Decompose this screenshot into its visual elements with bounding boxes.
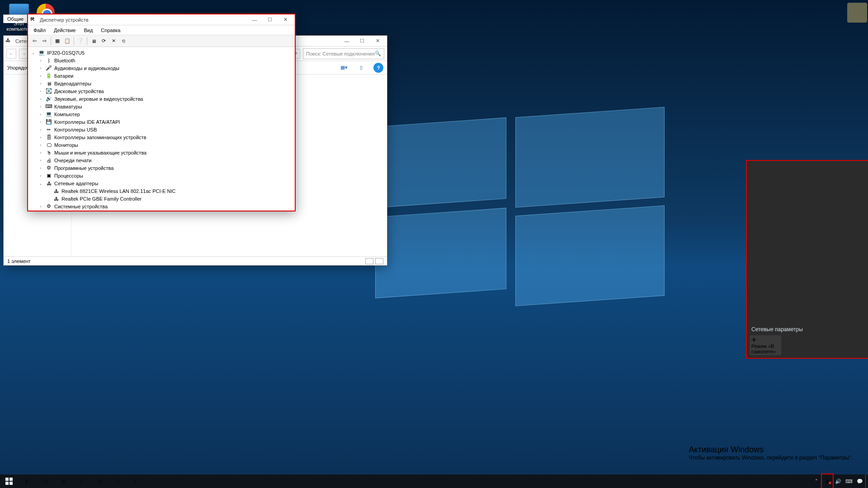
expand-toggle-icon[interactable]: ›	[38, 166, 43, 170]
tree-node[interactable]: ›ᛒBluetooth	[31, 56, 295, 64]
tree-node[interactable]: ›🖥Видеоадаптеры	[31, 80, 295, 87]
tree-node[interactable]: ›🖨Очереди печати	[31, 156, 295, 164]
update-driver-icon[interactable]: ⟳	[99, 37, 108, 46]
tree-node[interactable]: 🖧Realtek PCIe GBE Family Controller	[31, 195, 295, 202]
taskbar-app[interactable]: ◍	[72, 474, 90, 488]
close-button[interactable]: ✕	[278, 15, 293, 25]
expand-toggle-icon[interactable]: ⌄	[38, 181, 43, 186]
expand-toggle-icon[interactable]: ⌄	[31, 51, 36, 55]
bat-icon: 🔋	[45, 73, 52, 79]
expand-toggle-icon[interactable]: ›	[38, 58, 43, 63]
tree-node[interactable]: ›💻Компьютер	[31, 110, 295, 118]
expand-toggle-icon[interactable]: ›	[38, 158, 43, 163]
properties-icon[interactable]: 📋	[63, 37, 72, 46]
tray-volume-icon[interactable]: 🔊	[833, 474, 844, 488]
activation-watermark: Активация Windows Чтобы активировать Win…	[689, 445, 853, 461]
expand-toggle-icon[interactable]: ›	[38, 112, 43, 117]
expand-toggle-icon[interactable]: ›	[38, 135, 43, 140]
expand-toggle-icon[interactable]: ›	[38, 204, 43, 209]
tree-node[interactable]: ›🖵Мониторы	[31, 141, 295, 149]
tray-action-center-icon[interactable]: 💬	[854, 474, 865, 488]
expand-toggle-icon[interactable]: ›	[38, 66, 43, 70]
menu-item[interactable]: Файл	[30, 27, 49, 34]
menu-item[interactable]: Справка	[97, 27, 124, 34]
network-settings-link[interactable]: Сетевые параметры	[751, 326, 803, 333]
tree-node[interactable]: ›🎤Аудиовходы и аудиовыходы	[31, 64, 295, 72]
taskbar-app[interactable]: ◨	[36, 474, 54, 488]
device-manager-window[interactable]: 🛠 Диспетчер устройств — ☐ ✕ ФайлДействие…	[27, 14, 296, 211]
network-flyout[interactable]: Сетевые параметры ✈ Режим «В самолете»	[747, 161, 868, 358]
taskbar[interactable]: ◧ ◨ ▣ ◍ ▦ ◎ ◐ ˄ 🖧✖ 🔊 ⌨ 💬	[0, 474, 868, 488]
tree-node[interactable]: ›⚙Программные устройства	[31, 164, 295, 172]
airplane-mode-tile[interactable]: ✈ Режим «В самолете»	[750, 335, 781, 355]
show-hidden-icon[interactable]: ▦	[53, 37, 62, 46]
tree-node[interactable]: ›🖱Устройства HID (Human Interface Device…	[31, 210, 295, 211]
close-button[interactable]: ✕	[370, 36, 385, 46]
tree-node[interactable]: ›🔋Батареи	[31, 72, 295, 80]
tree-node[interactable]: ⌄🖧Сетевые адаптеры	[31, 179, 295, 187]
titlebar[interactable]: 🛠 Диспетчер устройств — ☐ ✕	[28, 14, 295, 25]
tree-node[interactable]: ›⚙Системные устройства	[31, 202, 295, 210]
taskbar-app[interactable]: ◎	[108, 474, 127, 488]
tree-node-label: Realtek PCIe GBE Family Controller	[61, 196, 142, 202]
nav-back-icon[interactable]: ⇦	[30, 37, 39, 46]
tree-node[interactable]: ›💾Контроллеры IDE ATA/ATAPI	[31, 118, 295, 126]
tree-node[interactable]: ›🖱Мыши и иные указывающие устройства	[31, 149, 295, 156]
expand-toggle-icon[interactable]: ›	[38, 104, 43, 109]
tree-node[interactable]: 🖧Realtek 8821CE Wireless LAN 802.11ac PC…	[31, 187, 295, 195]
tree-node[interactable]: ⌄💻IP320-O1SQ7U5	[31, 49, 295, 56]
nav-fwd-icon[interactable]: ⇨	[40, 37, 49, 46]
expand-toggle-icon[interactable]: ›	[38, 127, 43, 132]
back-button[interactable]: ←	[6, 49, 16, 59]
expand-toggle-icon[interactable]: ›	[38, 143, 43, 147]
organize-button[interactable]: Упорядоч	[7, 65, 29, 70]
tree-node[interactable]: ›💽Дисковые устройства	[31, 87, 295, 95]
mon-icon: 🖵	[45, 142, 52, 148]
help-icon[interactable]: ❔	[76, 37, 85, 46]
view-options-button[interactable]: ▦▾	[339, 63, 349, 73]
show-desktop-button[interactable]	[865, 474, 868, 488]
tree-node[interactable]: ›🔊Звуковые, игровые и видеоустройства	[31, 95, 295, 103]
taskbar-app[interactable]: ◧	[18, 474, 36, 488]
scan-hardware-icon[interactable]: 🖥	[89, 37, 98, 46]
tab-Общие[interactable]: Общие	[3, 14, 28, 23]
expand-toggle-icon[interactable]: ›	[38, 81, 43, 86]
menu-item[interactable]: Действие	[50, 27, 79, 34]
expand-toggle-icon[interactable]: ›	[38, 97, 43, 101]
disable-icon[interactable]: ⦸	[119, 37, 128, 46]
svg-rect-1	[9, 478, 13, 481]
device-tree[interactable]: ⌄💻IP320-O1SQ7U5›ᛒBluetooth›🎤Аудиовходы и…	[28, 47, 295, 211]
taskbar-app[interactable]: ▦	[90, 474, 108, 488]
menu-item[interactable]: Вид	[80, 27, 96, 34]
expand-toggle-icon[interactable]: ›	[38, 174, 43, 178]
tree-node[interactable]: ›⬰Контроллеры USB	[31, 126, 295, 133]
taskbar-app[interactable]: ▣	[54, 474, 72, 488]
tree-node-label: Мониторы	[54, 142, 78, 148]
system-tray[interactable]: ˄ 🖧✖ 🔊 ⌨ 💬	[811, 474, 868, 488]
taskbar-app[interactable]: ◐	[127, 474, 145, 488]
maximize-button[interactable]: ☐	[262, 15, 278, 25]
tree-node[interactable]: ›🗄Контроллеры запоминающих устройств	[31, 133, 295, 141]
minimize-button[interactable]: —	[339, 36, 354, 46]
tree-node[interactable]: ›⌨Клавиатуры	[31, 103, 295, 110]
tray-network-error-icon[interactable]: 🖧✖	[822, 474, 833, 488]
minimize-button[interactable]: —	[247, 15, 262, 25]
view-details-button[interactable]	[365, 258, 373, 264]
tree-node[interactable]: ›▣Процессоры	[31, 172, 295, 179]
view-icons-button[interactable]	[375, 258, 383, 264]
tray-chevron-up-icon[interactable]: ˄	[811, 474, 822, 488]
preview-pane-button[interactable]: ▯	[356, 63, 366, 73]
maximize-button[interactable]: ☐	[354, 36, 370, 46]
svg-rect-3	[9, 482, 13, 485]
start-button[interactable]	[0, 474, 18, 488]
help-button[interactable]: ?	[373, 63, 383, 73]
expand-toggle-icon[interactable]: ›	[38, 89, 43, 94]
tray-input-icon[interactable]: ⌨	[844, 474, 854, 488]
tree-node-label: Мыши и иные указывающие устройства	[54, 150, 146, 155]
uninstall-icon[interactable]: ⨯	[109, 37, 118, 46]
menu-bar[interactable]: ФайлДействиеВидСправка	[28, 25, 295, 35]
expand-toggle-icon[interactable]: ›	[38, 120, 43, 124]
search-input[interactable]: Поиск: Сетевые подключения 🔍	[303, 48, 384, 59]
expand-toggle-icon[interactable]: ›	[38, 74, 43, 78]
expand-toggle-icon[interactable]: ›	[38, 150, 43, 155]
